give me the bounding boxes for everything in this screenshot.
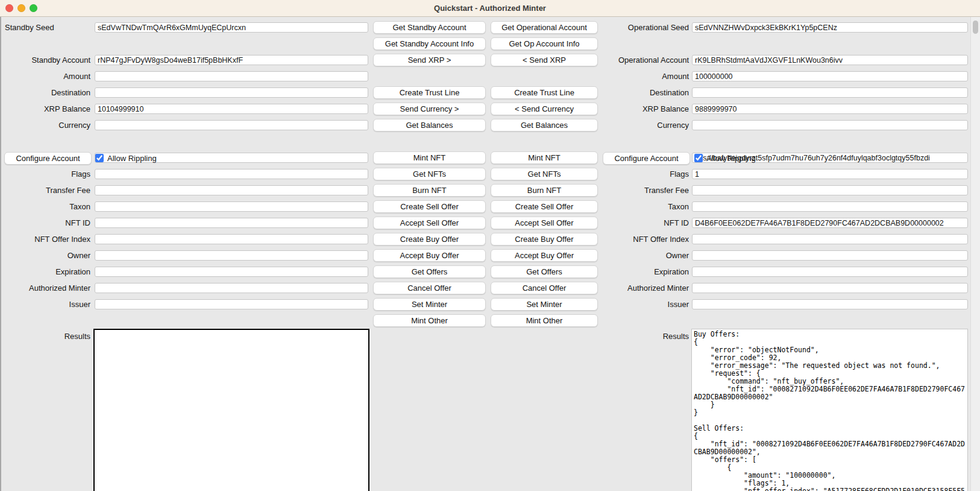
operational-buttons-get-balances-button[interactable]: Get Balances: [491, 119, 598, 131]
operational-buttons-accept-buy-offer-button[interactable]: Accept Buy Offer: [491, 249, 598, 262]
standby-panel-standby-account-input[interactable]: [95, 55, 368, 65]
standby-panel-flags-input[interactable]: [95, 169, 368, 179]
operational-panel-flags-input[interactable]: [692, 169, 968, 179]
standby-buttons-create-buy-offer-button[interactable]: Create Buy Offer: [373, 233, 486, 246]
operational-panel-currency-input[interactable]: [692, 120, 968, 130]
operational-panel-nft-offer-index-label: NFT Offer Index: [607, 234, 689, 244]
standby-panel-expiration-input[interactable]: [95, 267, 368, 277]
main-content: Standby SeedStandby AccountAmountDestina…: [0, 17, 980, 491]
operational-buttons-get-offers-button[interactable]: Get Offers: [491, 265, 598, 278]
operational-buttons-send-xrp-button[interactable]: < Send XRP: [491, 54, 598, 66]
operational-panel-owner-input[interactable]: [692, 250, 968, 261]
app-window: Quickstart - Authorized Minter Standby S…: [0, 0, 980, 491]
standby-panel-taxon-input[interactable]: [95, 201, 368, 212]
standby-buttons-accept-sell-offer-button[interactable]: Accept Sell Offer: [373, 217, 486, 229]
standby-panel-xrp-balance-input[interactable]: [95, 104, 368, 114]
operational-buttons-create-buy-offer-button[interactable]: Create Buy Offer: [491, 233, 598, 246]
operational-allow-rippling-checkbox[interactable]: [694, 154, 703, 162]
operational-buttons-mint-nft-button[interactable]: Mint NFT: [491, 151, 598, 164]
operational-panel-xrp-balance-input[interactable]: [692, 104, 968, 114]
operational-panel-expiration-input[interactable]: [692, 267, 968, 277]
vertical-scrollbar[interactable]: [970, 17, 980, 491]
standby-buttons-mint-other-button[interactable]: Mint Other: [373, 314, 486, 327]
standby-allow-rippling-checkbox[interactable]: [95, 154, 104, 162]
standby-panel-nft-id-label: NFT ID: [8, 218, 90, 228]
standby-buttons-send-xrp-button[interactable]: Send XRP >: [373, 54, 486, 66]
operational-panel-operational-account-input[interactable]: [692, 55, 968, 65]
operational-buttons-set-minter-button[interactable]: Set Minter: [491, 298, 598, 311]
standby-panel-transfer-fee-input[interactable]: [95, 185, 368, 195]
standby-panel-destination-label: Destination: [8, 87, 90, 98]
operational-panel-currency-label: Currency: [607, 120, 689, 130]
standby-panel-owner-input[interactable]: [95, 250, 368, 261]
standby-buttons-cancel-offer-button[interactable]: Cancel Offer: [373, 282, 486, 294]
standby-allow-rippling-label: Allow Rippling: [107, 153, 157, 163]
standby-results-textarea[interactable]: [93, 329, 369, 491]
operational-panel-flags-label: Flags: [607, 169, 689, 179]
standby-configure-account-button[interactable]: Configure Account: [4, 152, 92, 165]
operational-results-textarea[interactable]: Buy Offers: { "error": "objectNotFound",…: [691, 329, 968, 491]
standby-buttons-get-offers-button[interactable]: Get Offers: [373, 265, 486, 278]
operational-panel-operational-seed-input[interactable]: [692, 22, 968, 33]
standby-panel-nft-id-input[interactable]: [95, 218, 368, 228]
operational-buttons-get-nfts-button[interactable]: Get NFTs: [491, 168, 598, 180]
operational-panel-transfer-fee-label: Transfer Fee: [607, 185, 689, 195]
operational-panel-nft-offer-index-input[interactable]: [692, 234, 968, 244]
standby-panel-issuer-label: Issuer: [8, 299, 90, 309]
standby-panel-expiration-label: Expiration: [8, 267, 90, 277]
operational-panel-xrp-balance-label: XRP Balance: [607, 104, 689, 114]
standby-panel-authorized-minter-label: Authorized Minter: [8, 283, 90, 293]
standby-panel-amount-input[interactable]: [95, 71, 368, 81]
standby-panel-transfer-fee-label: Transfer Fee: [8, 185, 90, 195]
standby-panel-standby-seed-input[interactable]: [95, 22, 368, 33]
operational-buttons-create-sell-offer-button[interactable]: Create Sell Offer: [491, 200, 598, 213]
standby-buttons-send-currency-button[interactable]: Send Currency >: [373, 103, 486, 115]
standby-panel-amount-label: Amount: [8, 71, 90, 81]
window-title: Quickstart - Authorized Minter: [0, 0, 980, 16]
operational-buttons-get-operational-account-button[interactable]: Get Operational Account: [491, 21, 598, 34]
operational-panel-destination-label: Destination: [607, 87, 689, 98]
window-left-edge: [0, 17, 1, 491]
operational-panel-nft-id-label: NFT ID: [607, 218, 689, 228]
standby-buttons-burn-nft-button[interactable]: Burn NFT: [373, 184, 486, 197]
operational-panel-operational-seed-label: Operational Seed: [607, 22, 689, 33]
standby-buttons-accept-buy-offer-button[interactable]: Accept Buy Offer: [373, 249, 486, 262]
operational-buttons-cancel-offer-button[interactable]: Cancel Offer: [491, 282, 598, 294]
operational-panel-nft-id-input[interactable]: [692, 218, 968, 228]
operational-panel-amount-label: Amount: [607, 71, 689, 81]
operational-panel-authorized-minter-label: Authorized Minter: [607, 283, 689, 293]
scrollbar-thumb[interactable]: [973, 21, 978, 34]
standby-buttons-get-standby-account-info-button[interactable]: Get Standby Account Info: [373, 37, 486, 50]
operational-panel-amount-input[interactable]: [692, 71, 968, 81]
standby-buttons-set-minter-button[interactable]: Set Minter: [373, 298, 486, 311]
standby-panel-standby-account-label: Standby Account: [8, 55, 90, 65]
standby-buttons-get-nfts-button[interactable]: Get NFTs: [373, 168, 486, 180]
standby-panel-currency-input[interactable]: [95, 120, 368, 130]
standby-panel-issuer-input[interactable]: [95, 299, 368, 309]
operational-buttons-send-currency-button[interactable]: < Send Currency: [491, 103, 598, 115]
standby-results-label: Results: [8, 331, 90, 341]
standby-buttons-get-balances-button[interactable]: Get Balances: [373, 119, 486, 131]
operational-panel-transfer-fee-input[interactable]: [692, 185, 968, 195]
standby-panel-destination-input[interactable]: [95, 87, 368, 98]
operational-buttons-mint-other-button[interactable]: Mint Other: [491, 314, 598, 327]
operational-buttons-accept-sell-offer-button[interactable]: Accept Sell Offer: [491, 217, 598, 229]
operational-panel-issuer-input[interactable]: [692, 299, 968, 309]
operational-panel-taxon-input[interactable]: [692, 201, 968, 212]
operational-configure-account-button[interactable]: Configure Account: [603, 152, 690, 165]
operational-panel-expiration-label: Expiration: [607, 267, 689, 277]
standby-buttons-mint-nft-button[interactable]: Mint NFT: [373, 151, 486, 164]
operational-buttons-burn-nft-button[interactable]: Burn NFT: [491, 184, 598, 197]
operational-results-label: Results: [607, 331, 689, 341]
standby-panel-nft-offer-index-input[interactable]: [95, 234, 368, 244]
operational-panel-destination-input[interactable]: [692, 87, 968, 98]
standby-buttons-get-standby-account-button[interactable]: Get Standby Account: [373, 21, 486, 34]
operational-panel-owner-label: Owner: [607, 250, 689, 261]
operational-buttons-create-trust-line-button[interactable]: Create Trust Line: [491, 86, 598, 99]
standby-buttons-create-sell-offer-button[interactable]: Create Sell Offer: [373, 200, 486, 213]
operational-panel-authorized-minter-input[interactable]: [692, 283, 968, 293]
operational-buttons-get-op-account-info-button[interactable]: Get Op Account Info: [491, 37, 598, 50]
standby-panel-xrp-balance-label: XRP Balance: [8, 104, 90, 114]
standby-buttons-create-trust-line-button[interactable]: Create Trust Line: [373, 86, 486, 99]
standby-panel-authorized-minter-input[interactable]: [95, 283, 368, 293]
